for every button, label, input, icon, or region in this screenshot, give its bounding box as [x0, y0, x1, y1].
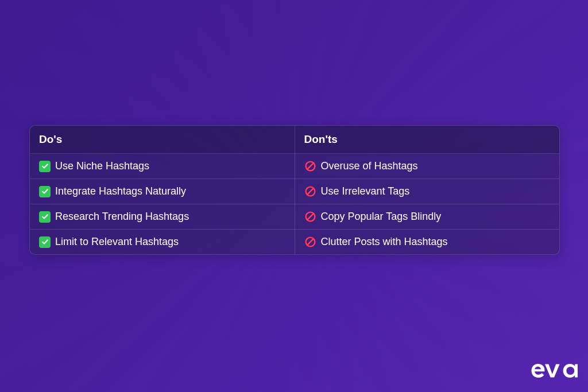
table-row: Use Niche Hashtags Overuse of Hashtags — [30, 154, 559, 179]
prohibit-icon — [304, 160, 316, 172]
dont-cell: Overuse of Hashtags — [295, 154, 559, 179]
do-text: Use Niche Hashtags — [55, 160, 149, 172]
do-cell: Use Niche Hashtags — [30, 154, 295, 179]
prohibit-icon — [304, 211, 316, 223]
prohibit-icon — [304, 236, 316, 248]
do-cell: Integrate Hashtags Naturally — [30, 179, 295, 204]
header-dos: Do's — [30, 126, 295, 154]
dont-text: Copy Popular Tags Blindly — [321, 211, 442, 223]
dont-text: Use Irrelevant Tags — [321, 185, 410, 197]
table-row: Limit to Relevant Hashtags Clutter Posts… — [30, 230, 559, 255]
prohibit-icon — [304, 185, 316, 197]
check-icon — [39, 211, 51, 223]
dont-cell: Use Irrelevant Tags — [295, 179, 559, 204]
dont-cell: Clutter Posts with Hashtags — [295, 230, 559, 255]
header-donts: Don'ts — [295, 126, 559, 154]
dos-donts-table: Do's Don'ts Use Niche Hashtags — [30, 126, 559, 254]
check-icon — [39, 186, 51, 197]
do-text: Integrate Hashtags Naturally — [55, 185, 186, 197]
svg-line-7 — [307, 239, 313, 244]
table-row: Integrate Hashtags Naturally Use Irrelev… — [30, 179, 559, 204]
check-icon — [39, 236, 51, 248]
table-row: Research Trending Hashtags Copy Popular … — [30, 204, 559, 230]
dont-text: Overuse of Hashtags — [321, 160, 418, 172]
dont-cell: Copy Popular Tags Blindly — [295, 204, 559, 230]
dos-donts-table-container: Do's Don'ts Use Niche Hashtags — [29, 125, 560, 255]
svg-line-1 — [307, 163, 313, 169]
do-cell: Research Trending Hashtags — [30, 204, 295, 230]
check-icon — [39, 161, 51, 172]
svg-line-3 — [307, 188, 313, 194]
dont-text: Clutter Posts with Hashtags — [321, 236, 448, 248]
do-text: Limit to Relevant Hashtags — [55, 236, 179, 248]
do-text: Research Trending Hashtags — [55, 211, 189, 223]
svg-line-5 — [307, 214, 313, 219]
do-cell: Limit to Relevant Hashtags — [30, 230, 295, 255]
logo-eva — [531, 359, 578, 383]
